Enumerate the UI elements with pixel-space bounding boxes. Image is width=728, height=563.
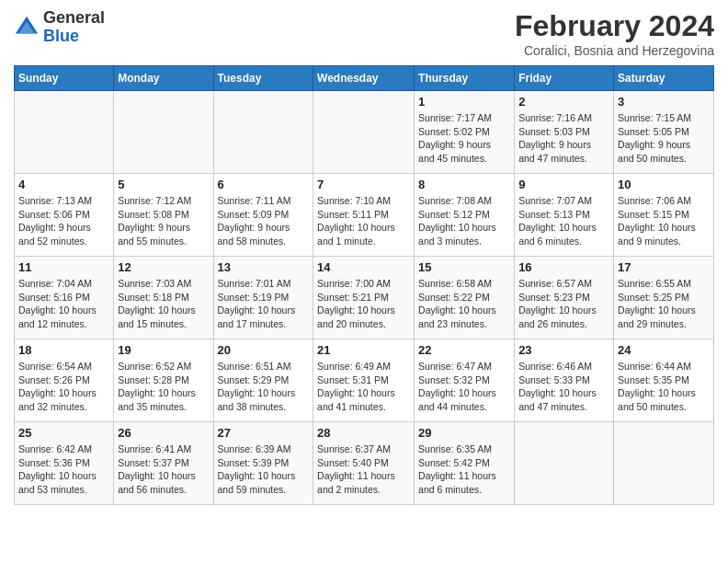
table-row: 19Sunrise: 6:52 AM Sunset: 5:28 PM Dayli…	[114, 339, 213, 422]
table-row: 1Sunrise: 7:17 AM Sunset: 5:02 PM Daylig…	[415, 91, 515, 174]
day-info: Sunrise: 6:44 AM Sunset: 5:35 PM Dayligh…	[618, 360, 710, 414]
table-row: 23Sunrise: 6:46 AM Sunset: 5:33 PM Dayli…	[515, 339, 614, 422]
day-number: 20	[218, 343, 310, 357]
table-row: 22Sunrise: 6:47 AM Sunset: 5:32 PM Dayli…	[415, 339, 515, 422]
month-title: February 2024	[515, 9, 714, 43]
day-number: 18	[18, 343, 109, 357]
table-row: 10Sunrise: 7:06 AM Sunset: 5:15 PM Dayli…	[614, 174, 714, 257]
day-info: Sunrise: 6:35 AM Sunset: 5:42 PM Dayligh…	[418, 442, 510, 497]
day-info: Sunrise: 6:47 AM Sunset: 5:32 PM Dayligh…	[418, 360, 510, 414]
day-number: 24	[618, 343, 710, 357]
day-number: 16	[518, 260, 609, 274]
table-row: 21Sunrise: 6:49 AM Sunset: 5:31 PM Dayli…	[313, 339, 415, 422]
table-row: 13Sunrise: 7:01 AM Sunset: 5:19 PM Dayli…	[213, 257, 313, 339]
day-info: Sunrise: 6:54 AM Sunset: 5:26 PM Dayligh…	[18, 360, 109, 414]
day-number: 27	[218, 426, 310, 440]
day-info: Sunrise: 6:49 AM Sunset: 5:31 PM Dayligh…	[317, 360, 410, 414]
day-number: 10	[618, 178, 710, 191]
day-info: Sunrise: 6:57 AM Sunset: 5:23 PM Dayligh…	[518, 277, 609, 331]
day-number: 3	[618, 95, 710, 109]
day-info: Sunrise: 7:04 AM Sunset: 5:16 PM Dayligh…	[18, 277, 109, 331]
day-number: 11	[18, 260, 109, 274]
calendar-week-4: 18Sunrise: 6:54 AM Sunset: 5:26 PM Dayli…	[15, 339, 714, 422]
calendar-header-row: Sunday Monday Tuesday Wednesday Thursday…	[15, 66, 714, 91]
col-monday: Monday	[114, 66, 213, 91]
day-info: Sunrise: 7:00 AM Sunset: 5:21 PM Dayligh…	[317, 277, 410, 331]
day-number: 29	[418, 426, 510, 440]
col-thursday: Thursday	[415, 66, 515, 91]
logo-blue-text: Blue	[43, 27, 79, 45]
table-row	[515, 422, 614, 505]
table-row: 11Sunrise: 7:04 AM Sunset: 5:16 PM Dayli…	[15, 257, 114, 339]
calendar-table: Sunday Monday Tuesday Wednesday Thursday…	[14, 65, 714, 505]
day-number: 21	[317, 343, 410, 357]
day-number: 9	[518, 178, 609, 191]
calendar-week-5: 25Sunrise: 6:42 AM Sunset: 5:36 PM Dayli…	[15, 422, 714, 505]
table-row: 29Sunrise: 6:35 AM Sunset: 5:42 PM Dayli…	[415, 422, 515, 505]
logo: General Blue	[14, 9, 105, 46]
table-row: 18Sunrise: 6:54 AM Sunset: 5:26 PM Dayli…	[15, 339, 114, 422]
day-info: Sunrise: 7:07 AM Sunset: 5:13 PM Dayligh…	[518, 194, 609, 248]
col-sunday: Sunday	[15, 66, 114, 91]
day-info: Sunrise: 6:39 AM Sunset: 5:39 PM Dayligh…	[218, 442, 310, 497]
day-number: 25	[18, 426, 109, 440]
table-row: 8Sunrise: 7:08 AM Sunset: 5:12 PM Daylig…	[415, 174, 515, 257]
day-number: 14	[317, 260, 410, 274]
table-row: 24Sunrise: 6:44 AM Sunset: 5:35 PM Dayli…	[614, 339, 714, 422]
table-row: 28Sunrise: 6:37 AM Sunset: 5:40 PM Dayli…	[313, 422, 415, 505]
table-row	[213, 91, 313, 174]
table-row: 3Sunrise: 7:15 AM Sunset: 5:05 PM Daylig…	[614, 91, 714, 174]
day-info: Sunrise: 6:37 AM Sunset: 5:40 PM Dayligh…	[317, 442, 410, 497]
day-info: Sunrise: 6:55 AM Sunset: 5:25 PM Dayligh…	[618, 277, 710, 331]
day-info: Sunrise: 6:41 AM Sunset: 5:37 PM Dayligh…	[118, 442, 209, 497]
table-row: 12Sunrise: 7:03 AM Sunset: 5:18 PM Dayli…	[114, 257, 213, 339]
location-title: Coralici, Bosnia and Herzegovina	[515, 43, 714, 58]
table-row: 16Sunrise: 6:57 AM Sunset: 5:23 PM Dayli…	[515, 257, 614, 339]
day-number: 6	[218, 178, 310, 191]
calendar-week-1: 1Sunrise: 7:17 AM Sunset: 5:02 PM Daylig…	[15, 91, 714, 174]
logo-general-text: General	[43, 8, 105, 27]
day-info: Sunrise: 6:52 AM Sunset: 5:28 PM Dayligh…	[118, 360, 209, 414]
table-row: 25Sunrise: 6:42 AM Sunset: 5:36 PM Dayli…	[15, 422, 114, 505]
day-number: 4	[18, 178, 109, 191]
day-number: 2	[518, 95, 609, 109]
table-row: 4Sunrise: 7:13 AM Sunset: 5:06 PM Daylig…	[15, 174, 114, 257]
table-row: 26Sunrise: 6:41 AM Sunset: 5:37 PM Dayli…	[114, 422, 213, 505]
table-row: 27Sunrise: 6:39 AM Sunset: 5:39 PM Dayli…	[213, 422, 313, 505]
day-info: Sunrise: 7:15 AM Sunset: 5:05 PM Dayligh…	[618, 111, 710, 166]
table-row: 15Sunrise: 6:58 AM Sunset: 5:22 PM Dayli…	[415, 257, 515, 339]
calendar-week-3: 11Sunrise: 7:04 AM Sunset: 5:16 PM Dayli…	[15, 257, 714, 339]
day-number: 1	[418, 95, 510, 109]
table-row: 5Sunrise: 7:12 AM Sunset: 5:08 PM Daylig…	[114, 174, 213, 257]
day-number: 5	[118, 178, 209, 191]
col-friday: Friday	[515, 66, 614, 91]
day-number: 28	[317, 426, 410, 440]
day-info: Sunrise: 7:08 AM Sunset: 5:12 PM Dayligh…	[418, 194, 510, 248]
table-row	[114, 91, 213, 174]
table-row: 17Sunrise: 6:55 AM Sunset: 5:25 PM Dayli…	[614, 257, 714, 339]
day-info: Sunrise: 7:13 AM Sunset: 5:06 PM Dayligh…	[18, 194, 109, 248]
day-number: 8	[418, 178, 510, 191]
table-row: 7Sunrise: 7:10 AM Sunset: 5:11 PM Daylig…	[313, 174, 415, 257]
day-number: 12	[118, 260, 209, 274]
day-number: 19	[118, 343, 209, 357]
day-info: Sunrise: 7:03 AM Sunset: 5:18 PM Dayligh…	[118, 277, 209, 331]
calendar-week-2: 4Sunrise: 7:13 AM Sunset: 5:06 PM Daylig…	[15, 174, 714, 257]
col-tuesday: Tuesday	[213, 66, 313, 91]
day-info: Sunrise: 7:11 AM Sunset: 5:09 PM Dayligh…	[218, 194, 310, 248]
table-row	[313, 91, 415, 174]
table-row	[15, 91, 114, 174]
day-info: Sunrise: 7:10 AM Sunset: 5:11 PM Dayligh…	[317, 194, 410, 248]
logo-icon	[14, 15, 40, 40]
col-saturday: Saturday	[614, 66, 714, 91]
table-row: 6Sunrise: 7:11 AM Sunset: 5:09 PM Daylig…	[213, 174, 313, 257]
day-info: Sunrise: 6:46 AM Sunset: 5:33 PM Dayligh…	[518, 360, 609, 414]
table-row: 9Sunrise: 7:07 AM Sunset: 5:13 PM Daylig…	[515, 174, 614, 257]
day-number: 22	[418, 343, 510, 357]
col-wednesday: Wednesday	[313, 66, 415, 91]
day-number: 7	[317, 178, 410, 191]
day-number: 15	[418, 260, 510, 274]
day-number: 23	[518, 343, 609, 357]
title-block: February 2024 Coralici, Bosnia and Herze…	[515, 9, 714, 58]
day-number: 13	[218, 260, 310, 274]
